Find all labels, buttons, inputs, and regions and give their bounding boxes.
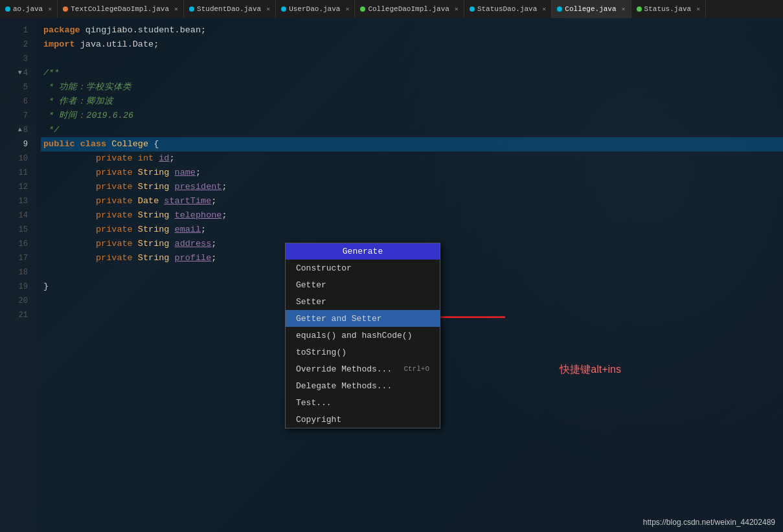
line-num-20: 20 bbox=[19, 294, 28, 308]
menu-item-label: equals() and hashCode() bbox=[296, 331, 412, 340]
tab-collegedaoimpl[interactable]: CollegeDaoImpl.java ✕ bbox=[355, 0, 464, 18]
context-menu-title: Generate bbox=[286, 243, 440, 260]
menu-item-tostring[interactable]: toString() bbox=[286, 344, 440, 360]
line-num-3: 3 bbox=[23, 52, 28, 66]
line-num-4: ▼4 bbox=[18, 66, 28, 80]
menu-item-constructor[interactable]: Constructor bbox=[286, 260, 440, 276]
tab-textcollege[interactable]: TextCollegeDaoImpl.java ✕ bbox=[58, 0, 184, 18]
tab-close-icon[interactable]: ✕ bbox=[622, 5, 626, 13]
menu-item-override-methods[interactable]: Override Methods... Ctrl+O bbox=[286, 360, 440, 377]
menu-item-label: Test... bbox=[296, 398, 332, 408]
menu-item-label: Copyright bbox=[296, 415, 341, 425]
line-num-14: 14 bbox=[19, 208, 28, 223]
tab-label: StatusDao.java bbox=[477, 5, 537, 13]
bottom-url: https://blog.csdn.net/weixin_44202489 bbox=[643, 518, 775, 527]
tab-close-icon[interactable]: ✕ bbox=[696, 5, 700, 13]
tab-dot bbox=[281, 6, 286, 12]
menu-item-getter-setter[interactable]: Getter and Setter bbox=[286, 310, 440, 327]
code-line-7: * 时间：2019.6.26 bbox=[41, 109, 783, 123]
menu-item-label: Getter bbox=[296, 280, 326, 290]
tab-status[interactable]: Status.java ✕ bbox=[631, 0, 707, 18]
line-num-10: 10 bbox=[19, 151, 28, 166]
menu-item-label: Setter bbox=[296, 297, 326, 307]
line-num-8: ▲8 bbox=[18, 123, 28, 137]
tab-dot bbox=[637, 6, 642, 12]
tab-studentdao[interactable]: StudentDao.java ✕ bbox=[184, 0, 276, 18]
tabs-bar: ao.java ✕ TextCollegeDaoImpl.java ✕ Stud… bbox=[0, 0, 783, 18]
line-num-12: 12 bbox=[19, 180, 28, 194]
menu-item-label: Override Methods... bbox=[296, 364, 392, 374]
menu-item-label: Constructor bbox=[296, 263, 352, 273]
tab-label: College.java bbox=[565, 5, 616, 13]
code-line-14: private String telephone; bbox=[41, 208, 783, 223]
code-line-11: private String name; bbox=[41, 166, 783, 180]
tab-statusdao[interactable]: StatusDao.java ✕ bbox=[464, 0, 552, 18]
code-line-9: public class College { bbox=[41, 137, 783, 151]
line-num-13: 13 bbox=[19, 194, 28, 208]
tab-close-icon[interactable]: ✕ bbox=[48, 5, 52, 13]
tab-close-icon[interactable]: ✕ bbox=[266, 5, 270, 13]
menu-item-label: Getter and Setter bbox=[296, 314, 382, 324]
code-line-5: * 功能：学校实体类 bbox=[41, 80, 783, 94]
line-num-15: 15 bbox=[19, 223, 28, 237]
code-line-3 bbox=[41, 52, 783, 66]
code-line-1: package qingjiabo.student.bean; bbox=[41, 23, 783, 38]
line-num-16: 16 bbox=[19, 237, 28, 251]
menu-item-getter[interactable]: Getter bbox=[286, 276, 440, 293]
context-menu-body: Constructor Getter Setter Getter and Set… bbox=[286, 260, 440, 428]
tab-close-icon[interactable]: ✕ bbox=[174, 5, 178, 13]
tab-dot bbox=[557, 6, 562, 12]
line-num-11: 11 bbox=[19, 166, 28, 180]
menu-item-shortcut: Ctrl+O bbox=[403, 365, 429, 373]
menu-item-delegate-methods[interactable]: Delegate Methods... bbox=[286, 377, 440, 394]
code-line-12: private String president; bbox=[41, 180, 783, 194]
line-num-6: 6 bbox=[23, 94, 28, 109]
tab-label: Status.java bbox=[644, 5, 692, 13]
menu-item-copyright[interactable]: Copyright bbox=[286, 411, 440, 428]
line-num-17: 17 bbox=[19, 251, 28, 265]
line-numbers: 1 2 3 ▼4 5 6 7 ▲8 9 10 11 12 13 14 15 16… bbox=[0, 18, 36, 532]
line-num-2: 2 bbox=[23, 38, 28, 52]
line-num-19: 19 bbox=[19, 280, 28, 294]
menu-item-label: toString() bbox=[296, 348, 346, 357]
code-line-6: * 作者：卿加波 bbox=[41, 94, 783, 109]
tab-dot bbox=[63, 6, 68, 12]
line-num-7: 7 bbox=[23, 109, 28, 123]
code-line-15: private String email; bbox=[41, 223, 783, 237]
tab-close-icon[interactable]: ✕ bbox=[345, 5, 349, 13]
hotkey-hint: 快捷键alt+ins bbox=[560, 363, 621, 377]
tab-daojava[interactable]: ao.java ✕ bbox=[0, 0, 58, 18]
line-num-5: 5 bbox=[23, 80, 28, 94]
tab-userdao[interactable]: UserDao.java ✕ bbox=[276, 0, 355, 18]
code-line-8: */ bbox=[41, 123, 783, 137]
tab-college[interactable]: College.java ✕ bbox=[552, 0, 631, 18]
code-line-10: private int id; bbox=[41, 151, 783, 166]
context-menu: Generate Constructor Getter Setter Gette… bbox=[285, 243, 440, 428]
line-num-1: 1 bbox=[23, 23, 28, 38]
tab-dot bbox=[189, 6, 194, 12]
line-num-18: 18 bbox=[19, 265, 28, 280]
code-line-4: /** bbox=[41, 66, 783, 80]
menu-item-label: Delegate Methods... bbox=[296, 381, 392, 391]
tab-close-icon[interactable]: ✕ bbox=[455, 5, 459, 13]
code-line-13: private Date startTime; bbox=[41, 194, 783, 208]
tab-label: UserDao.java bbox=[289, 5, 340, 13]
tab-close-icon[interactable]: ✕ bbox=[542, 5, 546, 13]
code-line-2: import java.util.Date; bbox=[41, 38, 783, 52]
tab-dot bbox=[470, 6, 475, 12]
line-num-9: 9 bbox=[23, 137, 28, 151]
tab-label: CollegeDaoImpl.java bbox=[368, 5, 449, 13]
tab-dot bbox=[360, 6, 365, 12]
menu-item-equals-hashcode[interactable]: equals() and hashCode() bbox=[286, 327, 440, 344]
tab-label: TextCollegeDaoImpl.java bbox=[71, 5, 169, 13]
tab-label: StudentDao.java bbox=[197, 5, 261, 13]
line-num-21: 21 bbox=[19, 308, 28, 322]
menu-item-test[interactable]: Test... bbox=[286, 394, 440, 411]
tab-label: ao.java bbox=[13, 5, 43, 13]
tab-dot bbox=[5, 6, 10, 12]
menu-item-setter[interactable]: Setter bbox=[286, 293, 440, 310]
